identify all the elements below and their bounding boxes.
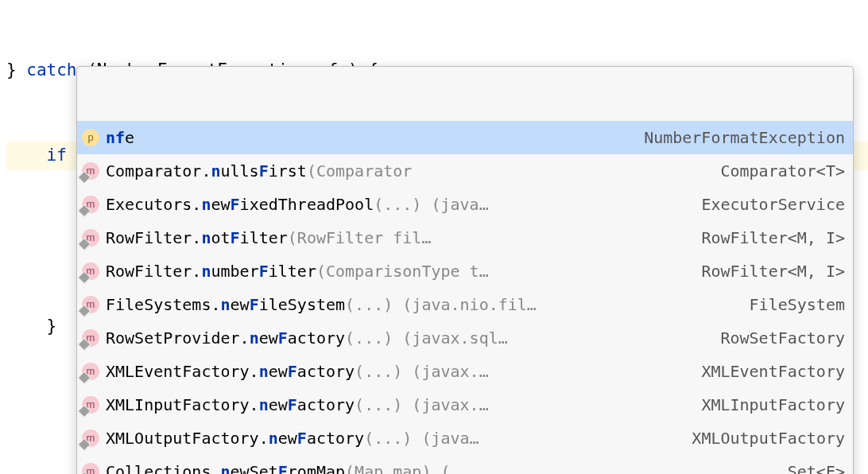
completion-label: nfe	[106, 124, 625, 151]
completion-label: FileSystems.newFileSystem(...) (java.nio…	[106, 291, 730, 318]
completion-label: RowSetProvider.newFactory(...) (javax.sq…	[106, 324, 701, 352]
method-icon: m	[82, 463, 99, 474]
completion-type: RowFilter<M, I>	[701, 258, 845, 285]
completion-type: FileSystem	[750, 291, 845, 318]
method-icon: m	[82, 396, 99, 414]
method-icon: m	[82, 296, 99, 313]
completion-type: RowSetFactory	[720, 324, 845, 352]
completion-label: Comparator.nullsFirst(Comparator	[106, 157, 701, 185]
method-icon: m	[82, 329, 99, 347]
parameter-icon: p	[82, 129, 99, 146]
code-text: }	[6, 60, 26, 80]
completion-type: NumberFormatException	[644, 124, 845, 151]
completion-item[interactable]: mFileSystems.newFileSystem(...) (java.ni…	[77, 288, 853, 321]
method-icon: m	[82, 162, 99, 180]
keyword-if: if	[47, 146, 67, 165]
method-icon: m	[82, 429, 99, 447]
completion-item[interactable]: mXMLOutputFactory.newFactory(...) (java……	[77, 422, 853, 455]
completion-item[interactable]: mXMLEventFactory.newFactory(...) (javax.…	[77, 355, 853, 388]
completion-label: RowFilter.numberFilter(ComparisonType t…	[106, 258, 682, 285]
completion-popup: pnfeNumberFormatExceptionmComparator.nul…	[76, 66, 854, 474]
code-text: }	[6, 317, 56, 336]
method-icon: m	[82, 262, 99, 280]
completion-label: XMLEventFactory.newFactory(...) (javax.…	[106, 358, 682, 385]
completion-label: XMLOutputFactory.newFactory(...) (java…	[106, 425, 672, 452]
completion-type: Set<E>	[788, 458, 845, 474]
completion-item[interactable]: mExecutors.newFixedThreadPool(...) (java…	[77, 188, 853, 221]
method-icon: m	[82, 196, 99, 213]
completion-label: RowFilter.notFilter(RowFilter fil…	[106, 224, 682, 251]
completion-type: XMLInputFactory	[701, 391, 845, 418]
completion-label: XMLInputFactory.newFactory(...) (javax.…	[106, 391, 682, 418]
code-editor[interactable]: } catch (NumberFormatException nfe) { if…	[0, 0, 868, 474]
method-icon: m	[82, 363, 99, 380]
completion-item[interactable]: mCollections.newSetFromMap(Map map) (…Se…	[77, 455, 853, 474]
method-icon: m	[82, 229, 99, 247]
completion-type: XMLOutputFactory	[692, 425, 845, 452]
completion-label: Executors.newFixedThreadPool(...) (java…	[106, 191, 682, 218]
completion-label: Collections.newSetFromMap(Map map) (…	[106, 458, 769, 474]
completion-item[interactable]: mRowSetProvider.newFactory(...) (javax.s…	[77, 321, 853, 355]
keyword-catch: catch	[26, 60, 76, 80]
completion-list[interactable]: pnfeNumberFormatExceptionmComparator.nul…	[77, 121, 853, 474]
completion-item[interactable]: pnfeNumberFormatException	[77, 121, 853, 154]
code-text	[6, 146, 47, 165]
completion-item[interactable]: mRowFilter.numberFilter(ComparisonType t…	[77, 254, 853, 288]
completion-type: Comparator<T>	[720, 157, 845, 185]
completion-item[interactable]: mRowFilter.notFilter(RowFilter fil…RowFi…	[77, 221, 853, 254]
completion-item[interactable]: mComparator.nullsFirst(ComparatorCompara…	[77, 154, 853, 188]
completion-type: RowFilter<M, I>	[701, 224, 845, 251]
completion-item[interactable]: mXMLInputFactory.newFactory(...) (javax.…	[77, 388, 853, 422]
completion-type: XMLEventFactory	[701, 358, 845, 385]
completion-type: ExecutorService	[701, 191, 845, 218]
